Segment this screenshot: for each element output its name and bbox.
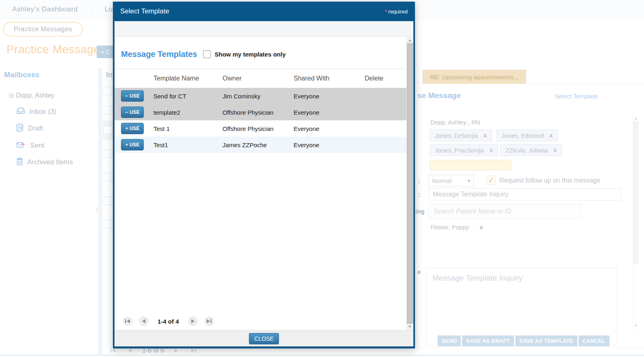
col-template-name: Template Name [153,75,223,82]
template-table-header: Template Name Owner Shared With Delete [115,69,413,88]
message-templates-heading: Message Templates [121,50,197,59]
modal-body: Message Templates Show my templates only… [115,37,413,330]
close-button[interactable]: CLOSE [249,333,279,344]
template-name: Send for CT [153,93,223,100]
template-shared: Everyone [294,125,365,132]
use-template-button[interactable]: + USE [121,123,144,134]
use-template-button[interactable]: -- USE [121,90,144,102]
use-template-button[interactable]: + USE [121,139,144,150]
template-name: Test1 [153,141,223,148]
template-owner: Offshore Physician [223,109,294,116]
first-page-icon[interactable] [123,316,132,326]
modal-substrip [115,21,413,37]
template-shared: Everyone [294,93,365,100]
next-page-icon[interactable] [188,316,198,326]
template-owner: Offshore Physician [223,125,294,132]
modal-scrollbar[interactable]: ▲ ▼ [406,37,413,330]
use-template-button[interactable]: -- USE [121,107,144,118]
table-row[interactable]: + USE Test1 James ZZPoche Everyone [115,137,413,153]
show-my-templates-checkbox[interactable] [203,50,211,58]
col-shared-with: Shared With [294,75,365,82]
select-template-modal: Select Template *required Message Templa… [113,2,415,348]
modal-footer: CLOSE [115,330,413,346]
prev-page-icon[interactable] [139,316,149,326]
modal-title: Select Template [120,7,169,15]
template-shared: Everyone [294,141,365,148]
required-star: * [385,9,387,15]
col-delete: Delete [365,75,397,82]
col-owner: Owner [223,75,294,82]
template-pagination: 1-4 of 4 [123,316,214,326]
template-owner: James ZZPoche [223,141,294,148]
table-row[interactable]: + USE Test 1 Offshore Physician Everyone [115,120,413,137]
modal-header: Select Template *required [115,2,413,21]
required-note: *required [385,9,408,15]
scroll-down-icon[interactable]: ▼ [406,324,413,329]
template-shared: Everyone [294,109,365,116]
table-row[interactable]: -- USE template2 Offshore Physician Ever… [115,104,413,120]
page-range-label: 1-4 of 4 [158,318,179,325]
table-row[interactable]: -- USE Send for CT Jim Cominsky Everyone [115,88,413,104]
last-page-icon[interactable] [204,316,214,326]
template-name: template2 [153,109,223,116]
scroll-up-icon[interactable]: ▲ [406,38,413,42]
show-my-templates-label: Show my templates only [215,51,286,58]
scroll-thumb[interactable] [407,43,413,324]
template-name: Test 1 [153,125,223,132]
template-owner: Jim Cominsky [223,93,294,100]
